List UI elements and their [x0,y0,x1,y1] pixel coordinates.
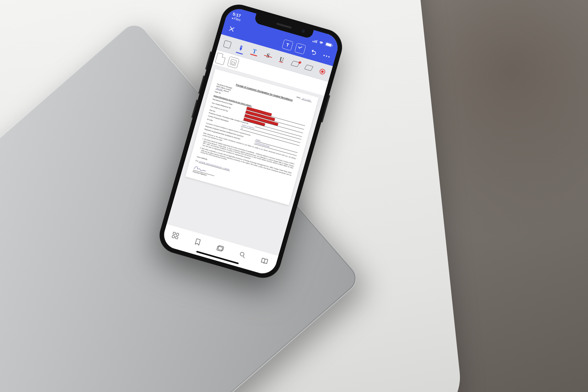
svg-rect-4 [173,232,176,235]
tabs-button[interactable] [211,241,229,256]
svg-rect-5 [176,233,179,236]
bookmark-button[interactable] [189,234,207,250]
more-menu-button[interactable] [319,48,334,64]
reader-view-button[interactable] [256,254,273,269]
svg-rect-6 [172,235,175,238]
grid-view-button[interactable] [167,228,184,243]
search-button[interactable] [234,247,251,262]
checkbox-tool-button[interactable] [294,43,306,54]
save-button[interactable] [227,56,240,69]
wifi-icon [318,40,324,45]
svg-point-10 [240,252,245,256]
svg-rect-7 [175,236,178,239]
text-tool-button[interactable]: T [282,39,293,51]
undo-button[interactable] [305,45,321,60]
document-page[interactable]: Date: 04-11-2020 Format of Customer Decl… [186,69,319,205]
scene: 5:17 ◂ Files [0,0,588,392]
cellular-icon [312,39,317,43]
page-thumbnail-button[interactable] [214,51,227,67]
close-button[interactable] [224,21,239,37]
record-button[interactable] [314,63,331,80]
battery-icon [325,42,333,48]
svg-rect-9 [218,245,224,251]
